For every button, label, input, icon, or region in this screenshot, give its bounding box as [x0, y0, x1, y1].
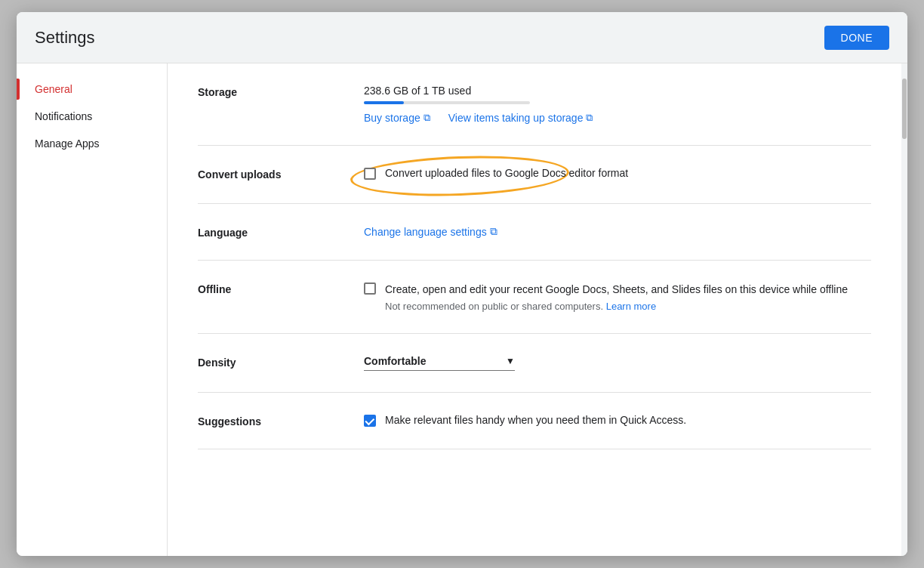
view-items-link[interactable]: View items taking up storage ⧉	[448, 112, 593, 124]
density-row: Density Comfortable ▼	[198, 334, 871, 393]
density-content: Comfortable ▼	[364, 355, 871, 371]
change-language-label: Change language settings	[364, 226, 487, 238]
offline-label: Offline	[198, 282, 364, 295]
suggestions-content: Make relevant files handy when you need …	[364, 414, 871, 427]
sidebar-item-manage-apps[interactable]: Manage Apps	[17, 130, 167, 157]
storage-label: Storage	[198, 85, 364, 98]
settings-window: Settings DONE General Notifications Mana…	[17, 12, 907, 556]
scrollbar[interactable]	[901, 63, 907, 556]
sidebar-item-notifications-label: Notifications	[35, 110, 92, 122]
convert-uploads-checkbox[interactable]	[364, 168, 376, 180]
offline-note: Not recommended on public or shared comp…	[385, 301, 848, 312]
buy-storage-link[interactable]: Buy storage ⧉	[364, 112, 430, 124]
storage-bar-fill	[364, 101, 404, 104]
sidebar-item-manage-apps-label: Manage Apps	[35, 137, 100, 150]
storage-used-text: 238.6 GB of 1 TB used	[364, 85, 871, 97]
external-link-icon-2: ⧉	[586, 112, 593, 124]
language-content: Change language settings ⧉	[364, 225, 871, 238]
offline-checkbox-row: Create, open and edit your recent Google…	[364, 282, 871, 312]
density-select[interactable]: Comfortable ▼	[364, 355, 515, 371]
chevron-down-icon: ▼	[506, 356, 515, 366]
convert-uploads-row: Convert uploads Convert uploaded files t…	[198, 146, 871, 204]
suggestions-label: Suggestions	[198, 414, 364, 428]
convert-uploads-content: Convert uploaded files to Google Docs ed…	[364, 167, 871, 182]
sidebar-item-general[interactable]: General	[17, 76, 167, 103]
offline-checkbox[interactable]	[364, 282, 376, 295]
storage-links: Buy storage ⧉ View items taking up stora…	[364, 112, 871, 124]
convert-uploads-description: Convert uploaded files to Google Docs ed…	[385, 167, 628, 179]
convert-checkbox-row: Convert uploaded files to Google Docs ed…	[364, 167, 628, 180]
suggestions-checkbox[interactable]	[364, 415, 376, 427]
external-link-icon-3: ⧉	[490, 225, 497, 238]
settings-body: General Notifications Manage Apps Storag…	[17, 63, 907, 556]
suggestions-row: Suggestions Make relevant files handy wh…	[198, 393, 871, 449]
density-value: Comfortable	[364, 355, 426, 367]
change-language-link[interactable]: Change language settings ⧉	[364, 225, 871, 238]
header: Settings DONE	[17, 12, 907, 63]
offline-description: Create, open and edit your recent Google…	[385, 282, 848, 298]
external-link-icon: ⧉	[424, 112, 430, 124]
offline-description-block: Create, open and edit your recent Google…	[385, 282, 848, 312]
storage-bar-background	[364, 101, 530, 104]
suggestions-checkbox-row: Make relevant files handy when you need …	[364, 414, 871, 427]
language-label: Language	[198, 225, 364, 239]
storage-row: Storage 238.6 GB of 1 TB used Buy storag…	[198, 63, 871, 146]
offline-note-text: Not recommended on public or shared comp…	[385, 301, 603, 312]
page-title: Settings	[35, 28, 95, 48]
sidebar-item-notifications[interactable]: Notifications	[17, 103, 167, 130]
density-label: Density	[198, 355, 364, 369]
view-items-label: View items taking up storage	[448, 112, 584, 124]
done-button[interactable]: DONE	[824, 26, 889, 50]
sidebar: General Notifications Manage Apps	[17, 63, 168, 556]
convert-uploads-label: Convert uploads	[198, 167, 364, 181]
language-row: Language Change language settings ⧉	[198, 204, 871, 261]
offline-content: Create, open and edit your recent Google…	[364, 282, 871, 312]
buy-storage-label: Buy storage	[364, 112, 420, 124]
main-content: Storage 238.6 GB of 1 TB used Buy storag…	[168, 63, 901, 556]
scroll-thumb[interactable]	[902, 79, 907, 139]
sidebar-item-general-label: General	[35, 83, 72, 95]
suggestions-description: Make relevant files handy when you need …	[385, 414, 686, 426]
convert-highlight-wrapper: Convert uploaded files to Google Docs ed…	[364, 167, 628, 180]
learn-more-link[interactable]: Learn more	[606, 301, 656, 312]
offline-row: Offline Create, open and edit your recen…	[198, 261, 871, 334]
storage-content: 238.6 GB of 1 TB used Buy storage ⧉ View…	[364, 85, 871, 124]
